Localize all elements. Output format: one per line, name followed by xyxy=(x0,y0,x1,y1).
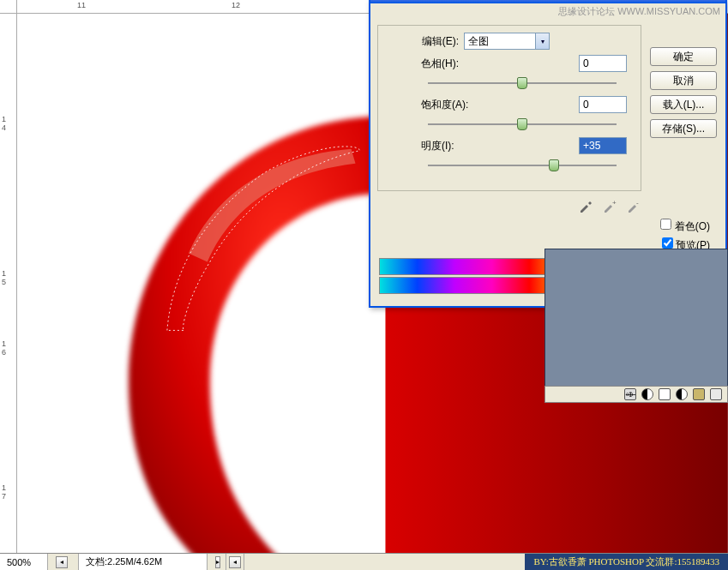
eyedropper-minus-icon[interactable]: - xyxy=(626,198,641,213)
scroll-left-button[interactable]: ◂ xyxy=(56,556,68,568)
ok-button[interactable]: 确定 xyxy=(650,47,717,66)
edit-select-value: 全图 xyxy=(468,34,489,49)
ruler-vertical: 14 15 16 17 xyxy=(0,14,17,553)
save-button[interactable]: 存储(S)... xyxy=(650,119,717,138)
mask-icon[interactable] xyxy=(659,388,671,400)
colorize-label: 着色(O) xyxy=(675,220,710,232)
hue-input[interactable] xyxy=(579,55,627,72)
watermark-text: 思缘设计论坛 WWW.MISSYUAN.COM xyxy=(370,3,725,20)
credit-text: BY:古欲香萧 PHOTOSHOP 交流群:155189433 xyxy=(525,554,728,570)
edit-label: 编辑(E): xyxy=(387,34,464,49)
floating-panel-toolbar: ⬲ xyxy=(544,386,728,403)
link-icon[interactable]: ⬲ xyxy=(624,388,636,400)
lightness-label: 明度(I): xyxy=(421,139,454,153)
popup-button[interactable]: ▸ xyxy=(215,556,220,568)
hue-label: 色相(H): xyxy=(421,57,459,71)
doc-size: 文档:2.25M/4.62M xyxy=(79,554,208,570)
edit-select[interactable]: 全图 ▾ xyxy=(464,33,550,50)
colorize-checkbox[interactable]: 着色(O) xyxy=(377,219,710,234)
scroll-left2-button[interactable]: ◂ xyxy=(229,556,241,568)
svg-text:-: - xyxy=(636,199,639,207)
saturation-label: 饱和度(A): xyxy=(421,98,468,112)
new-icon[interactable] xyxy=(710,388,722,400)
status-bar: 500% ◂ 文档:2.25M/4.62M ▸ ◂ BY:古欲香萧 PHOTOS… xyxy=(0,553,728,570)
load-button[interactable]: 载入(L)... xyxy=(650,95,717,114)
hue-slider[interactable] xyxy=(428,77,617,89)
chevron-down-icon: ▾ xyxy=(535,33,549,49)
zoom-level[interactable]: 500% xyxy=(0,554,48,570)
saturation-input[interactable] xyxy=(579,96,627,113)
eyedropper-icon[interactable] xyxy=(578,198,593,213)
floating-panel[interactable] xyxy=(544,249,728,403)
svg-text:+: + xyxy=(612,199,617,207)
cancel-button[interactable]: 取消 xyxy=(650,71,717,90)
fx-icon[interactable] xyxy=(676,388,688,400)
saturation-slider[interactable] xyxy=(428,118,617,130)
folder-icon[interactable] xyxy=(693,388,705,400)
lightness-input[interactable] xyxy=(579,137,627,154)
eyedropper-plus-icon[interactable]: + xyxy=(602,198,617,213)
adjustment-icon[interactable] xyxy=(641,388,653,400)
lightness-slider[interactable] xyxy=(428,159,617,171)
